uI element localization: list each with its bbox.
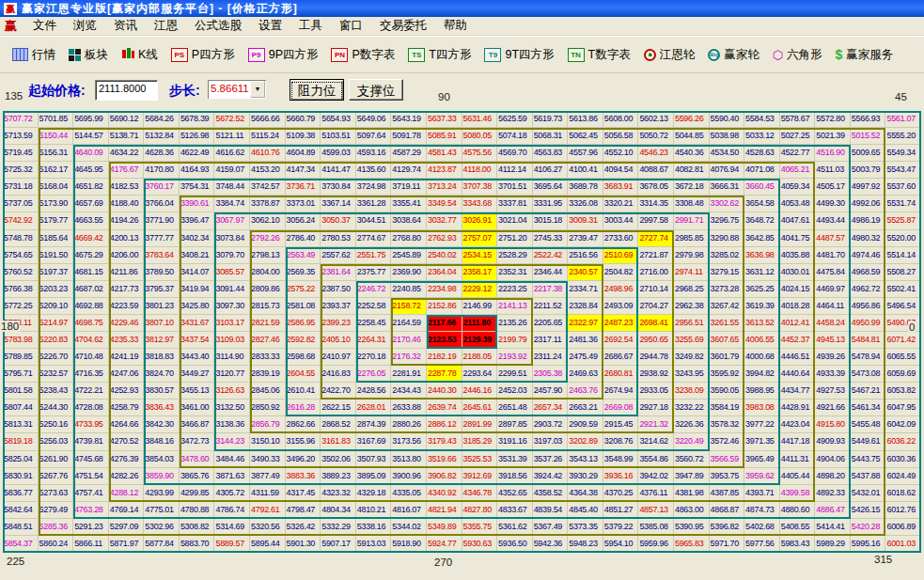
toolbar-button-行情[interactable]: 行情 [6,47,62,63]
price-cell: 3197.03 [533,433,569,450]
price-cell: 2146.99 [462,298,498,315]
resistance-button[interactable]: 阻力位 [290,79,344,101]
price-cell: 4094.54 [603,162,639,179]
price-cell: 3009.31 [568,212,603,229]
price-cell: 5572.80 [815,111,851,128]
support-button[interactable]: 支撑位 [349,79,403,101]
toolbar-button-9T四方形[interactable]: T99T四方形 [478,47,560,63]
price-cell: 2592.82 [286,332,321,349]
price-cell: 2481.36 [568,332,603,349]
angle-label-180: 180 [0,321,20,332]
angle-label-45: 45 [894,91,908,102]
price-cell: 2152.86 [427,298,462,315]
price-cell: 3584.19 [710,400,745,416]
price-cell: 3942.02 [638,468,674,485]
menu-item-资讯[interactable]: 资讯 [105,18,146,34]
price-cell: 3924.42 [533,468,569,485]
toolbar-button-江恩轮[interactable]: 江恩轮 [637,47,702,63]
toolbar-button-T四方形[interactable]: TST四方形 [401,47,478,63]
start-price-input[interactable]: 2111.8000 [95,80,158,101]
price-cell: 5214.97 [39,315,74,332]
price-cell: 4135.60 [356,162,392,179]
price-cell: 2768.80 [391,230,427,247]
price-cell: 4945.13 [815,332,851,349]
price-cell: 2686.67 [603,349,639,366]
price-cell: 4698.75 [73,315,109,332]
price-cell: 5707.72 [3,111,39,128]
menu-item-交易委托[interactable]: 交易委托 [371,18,435,34]
price-cell: 3824.70 [144,366,180,383]
price-cell: 5566.93 [851,111,886,128]
menu-item-工具[interactable]: 工具 [290,18,331,34]
price-cell: 3097.30 [214,298,250,315]
toolbar-button-赢家服务[interactable]: $赢家服务 [829,47,901,63]
price-cell: 2405.10 [321,332,356,349]
price-cell: 2909.59 [568,416,603,433]
price-cell: 2962.38 [674,298,710,315]
toolbar-button-P四方形[interactable]: PSP四方形 [164,47,242,63]
price-cell: 2739.47 [568,230,603,247]
price-cell: 3326.08 [568,196,603,212]
toolbar-button-板块[interactable]: 板块 [62,47,115,63]
price-cell: 2551.75 [356,247,392,264]
toolbar-button-赢家轮[interactable]: Big赢家轮 [701,47,766,63]
price-cell: 5866.11 [73,536,109,553]
price-cell: 4816.07 [391,502,427,519]
menu-item-设置[interactable]: 设置 [250,18,290,34]
price-cell: 5015.52 [851,128,886,145]
price-cell: 5314.69 [214,519,250,536]
price-cell: 3636.98 [744,247,780,264]
winner-wheel-icon: Big [708,49,720,61]
menu-item-江恩[interactable]: 江恩 [146,18,186,34]
price-cell: 2393.37 [321,298,356,315]
chevron-down-icon[interactable]: ▼ [250,81,265,98]
price-cell: 2651.48 [497,400,533,416]
price-cell: 2457.90 [533,383,569,400]
step-combobox[interactable]: 5.86611 ▼ [208,80,266,99]
toolbar-button-K线[interactable]: K线 [115,47,164,63]
price-cell: 5203.23 [39,281,74,298]
price-cell: 2586.95 [286,315,321,332]
price-cell: 2581.08 [286,298,321,315]
price-cell: 2334.71 [568,281,603,298]
title-bar[interactable]: 赢 赢家江恩专业版[赢家内部服务平台] - [价格正方形] [0,0,924,17]
toolbar-button-T数字表[interactable]: TNT数字表 [561,47,637,63]
menu-item-帮助[interactable]: 帮助 [435,18,476,34]
toolbar-button-P数字表[interactable]: PNP数字表 [324,47,401,63]
price-cell: 4088.67 [638,162,674,179]
menu-item-浏览[interactable]: 浏览 [65,18,105,34]
price-cell: 4669.42 [73,230,109,247]
menu-item-窗口[interactable]: 窗口 [331,18,371,34]
price-cell: 5748.78 [3,230,39,247]
price-cell: 4469.97 [815,281,851,298]
price-cell: 4112.14 [497,162,533,179]
price-cell: 4170.80 [144,162,180,179]
price-cell: 3812.97 [144,332,180,349]
price-cell: 5068.31 [533,128,569,145]
price-cell: 2622.15 [321,400,356,416]
price-cell: 5502.41 [885,281,921,298]
price-cell: 5033.12 [744,128,780,145]
price-cell: 3783.64 [144,247,180,264]
price-cell: 4769.14 [109,502,145,519]
price-cell: 2510.69 [603,247,639,264]
toolbar-button-六角形[interactable]: ⬡六角形 [766,47,829,63]
price-cell: 4147.34 [286,162,321,179]
price-cell: 5672.52 [214,111,250,128]
price-cell: 3062.10 [250,212,286,229]
price-cell: 4475.84 [815,264,851,281]
price-cell: 2616.28 [286,400,321,416]
price-cell: 3079.70 [214,247,250,264]
toolbar-button-9P四方形[interactable]: P99P四方形 [242,47,325,63]
price-cell: 4211.86 [109,264,145,281]
hexagon-icon: ⬡ [773,49,783,61]
gann-wheel-icon [644,49,656,61]
price-cell: 3314.35 [638,196,674,212]
price-cell: 4229.46 [109,315,145,332]
price-cell: 2328.84 [568,298,603,315]
menu-item-文件[interactable]: 文件 [24,18,65,34]
price-cell: 3155.96 [286,433,321,450]
price-cell: 3302.62 [710,196,745,212]
price-cell: 2528.29 [497,247,533,264]
menu-item-公式选股[interactable]: 公式选股 [186,18,250,34]
